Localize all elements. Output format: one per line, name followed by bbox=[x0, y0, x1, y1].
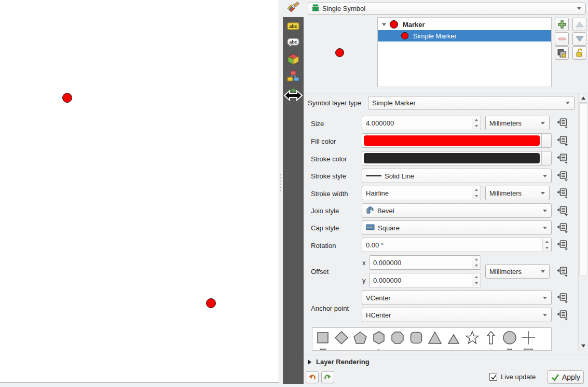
masks-tab[interactable]: abc bbox=[286, 36, 300, 50]
scroll-up-button[interactable] bbox=[579, 94, 587, 102]
stroke-width-input[interactable]: Hairline bbox=[362, 186, 481, 200]
spinner-buttons[interactable] bbox=[472, 187, 480, 199]
stroke-color-override-button[interactable] bbox=[556, 153, 569, 164]
data-defined-override-icon bbox=[556, 240, 568, 251]
data-defined-override-icon bbox=[556, 205, 568, 216]
fill-color-override-button[interactable] bbox=[556, 135, 569, 147]
stroke-style-combo[interactable]: Solid Line bbox=[362, 169, 552, 183]
shape-partial[interactable] bbox=[351, 347, 370, 351]
offset-y-input[interactable]: 0.000000 bbox=[369, 273, 481, 287]
join-style-combo[interactable]: Bevel bbox=[362, 203, 552, 218]
cap-style-label: Cap style bbox=[311, 224, 339, 232]
rotation-override-button[interactable] bbox=[556, 239, 569, 251]
cap-style-override-button[interactable] bbox=[556, 222, 569, 234]
shape-square[interactable] bbox=[313, 329, 332, 346]
shape-hexagon[interactable] bbox=[370, 329, 388, 346]
move-up-button[interactable] bbox=[572, 18, 586, 31]
lock-color-button[interactable] bbox=[572, 46, 586, 60]
callout-abc-icon: abc bbox=[287, 38, 299, 49]
shape-partial[interactable] bbox=[370, 347, 388, 351]
offset-x-input[interactable]: 0.000000 bbox=[369, 255, 481, 270]
symbol-layer-type-combo[interactable]: Simple Marker bbox=[368, 96, 575, 110]
add-symbol-layer-button[interactable] bbox=[555, 18, 569, 31]
diagrams-tab[interactable] bbox=[286, 70, 300, 84]
join-style-value: Bevel bbox=[377, 207, 394, 215]
shape-pentagon[interactable] bbox=[351, 329, 370, 346]
shape-star[interactable] bbox=[463, 329, 482, 346]
cap-style-combo[interactable]: Square bbox=[362, 220, 552, 235]
shape-partial[interactable] bbox=[482, 347, 500, 351]
anchor-vertical-override-button[interactable] bbox=[556, 292, 569, 304]
shape-partial[interactable] bbox=[426, 347, 444, 351]
mouse-cursor-resize-icon bbox=[283, 89, 303, 104]
layer-rendering-section[interactable]: Layer Rendering bbox=[308, 358, 370, 366]
symbology-tab[interactable] bbox=[286, 2, 300, 15]
stroke-width-unit-combo[interactable]: Millimeters bbox=[485, 186, 550, 200]
labels-tab[interactable]: abc bbox=[286, 20, 300, 34]
chevron-down-icon bbox=[541, 122, 545, 125]
tree-item-marker[interactable]: Marker bbox=[378, 19, 551, 30]
expander-down-icon[interactable] bbox=[382, 23, 386, 26]
scrollbar-thumb[interactable] bbox=[579, 103, 587, 275]
tree-item-simple-marker[interactable]: Simple Marker bbox=[378, 30, 551, 42]
size-input[interactable]: 4.000000 bbox=[362, 116, 481, 130]
solid-line-icon bbox=[366, 175, 381, 176]
apply-check-icon bbox=[551, 374, 559, 381]
shape-partial[interactable] bbox=[519, 347, 538, 351]
shape-cross[interactable] bbox=[519, 329, 538, 346]
shape-octagon[interactable] bbox=[388, 329, 407, 346]
anchor-vertical-combo[interactable]: VCenter bbox=[362, 291, 552, 305]
offset-unit-value: Millimeters bbox=[489, 268, 522, 275]
stroke-width-override-button[interactable] bbox=[556, 187, 569, 199]
stroke-color-dropdown[interactable] bbox=[541, 151, 551, 165]
live-update-checkbox[interactable] bbox=[489, 373, 497, 381]
shape-partial[interactable] bbox=[332, 347, 351, 351]
rotation-input[interactable]: 0.00 ° bbox=[362, 238, 552, 252]
spinner-buttons[interactable] bbox=[472, 117, 480, 129]
stroke-style-override-button[interactable] bbox=[556, 170, 569, 182]
stroke-color-button[interactable] bbox=[362, 151, 552, 165]
spinner-buttons[interactable] bbox=[542, 239, 551, 251]
remove-symbol-layer-button[interactable] bbox=[555, 32, 569, 46]
symbol-settings-panel: Single Symbol Marker Simple Marker bbox=[304, 0, 588, 387]
fill-color-button[interactable] bbox=[362, 133, 552, 148]
chevron-down-icon bbox=[543, 227, 547, 229]
undo-button[interactable] bbox=[306, 371, 319, 383]
offset-unit-combo[interactable]: Millimeters bbox=[485, 264, 550, 279]
shape-rounded-square[interactable] bbox=[407, 329, 426, 346]
panel-splitter[interactable] bbox=[279, 0, 283, 387]
spinner-buttons[interactable] bbox=[472, 274, 480, 286]
scroll-down-button[interactable] bbox=[579, 342, 587, 350]
shape-circle[interactable] bbox=[500, 329, 519, 346]
stroke-style-value: Solid Line bbox=[385, 172, 414, 180]
apply-button[interactable]: Apply bbox=[548, 370, 584, 384]
spinner-buttons[interactable] bbox=[472, 256, 480, 269]
size-unit-combo[interactable]: Millimeters bbox=[485, 116, 550, 130]
data-defined-override-icon bbox=[556, 310, 568, 321]
redo-button[interactable] bbox=[321, 371, 334, 383]
map-canvas[interactable] bbox=[0, 0, 279, 383]
offset-override-button[interactable] bbox=[556, 266, 569, 278]
anchor-horizontal-override-button[interactable] bbox=[556, 309, 569, 321]
shape-arrow-up[interactable] bbox=[482, 329, 500, 346]
renderer-combo[interactable]: Single Symbol bbox=[308, 3, 586, 15]
apply-label: Apply bbox=[562, 373, 580, 381]
size-override-button[interactable] bbox=[556, 117, 569, 129]
shape-partial[interactable] bbox=[388, 347, 407, 351]
shape-partial[interactable] bbox=[313, 347, 332, 351]
move-down-button[interactable] bbox=[572, 32, 586, 46]
shape-partial[interactable] bbox=[500, 347, 519, 351]
shape-partial[interactable] bbox=[463, 347, 482, 351]
shape-partial[interactable] bbox=[444, 347, 463, 351]
diagram-icon bbox=[287, 70, 299, 84]
anchor-horizontal-combo[interactable]: HCenter bbox=[362, 308, 552, 322]
join-style-override-button[interactable] bbox=[556, 205, 569, 217]
fill-color-dropdown[interactable] bbox=[541, 134, 551, 147]
3d-view-tab[interactable] bbox=[286, 53, 300, 66]
shape-diamond[interactable] bbox=[332, 329, 351, 346]
data-defined-override-icon bbox=[556, 293, 568, 303]
shape-partial[interactable] bbox=[407, 347, 426, 351]
shape-triangle[interactable] bbox=[426, 329, 444, 346]
duplicate-symbol-layer-button[interactable] bbox=[555, 46, 569, 60]
shape-equilateral-triangle[interactable] bbox=[444, 329, 463, 346]
